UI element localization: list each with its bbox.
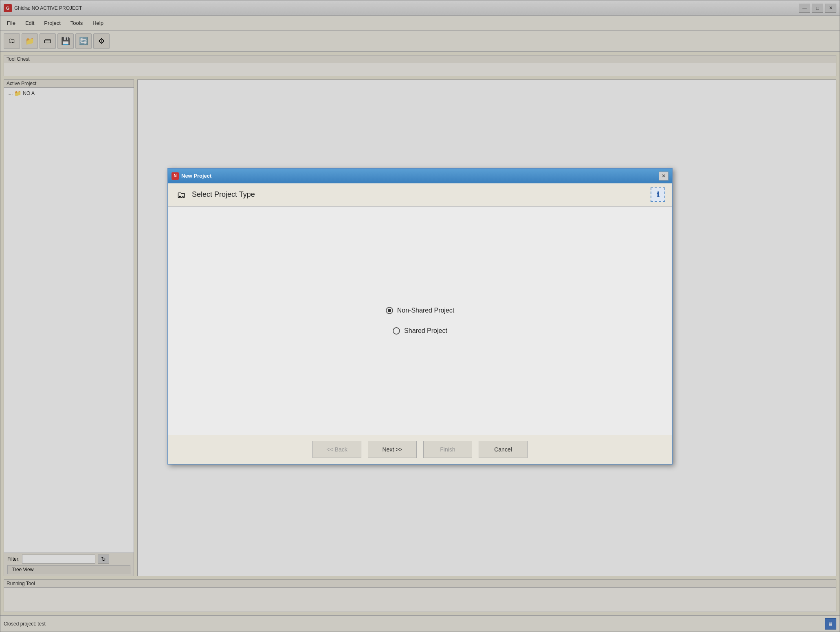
radio-shared-indicator[interactable] <box>393 327 400 335</box>
dialog-title-text: New Project <box>181 173 659 179</box>
new-project-dialog: N New Project ✕ 🗂 Select Project Type ℹ … <box>167 168 673 465</box>
radio-shared-label: Shared Project <box>404 327 447 335</box>
radio-non-shared-label: Non-Shared Project <box>397 307 455 314</box>
radio-non-shared-indicator[interactable] <box>386 307 393 314</box>
finish-button[interactable]: Finish <box>423 441 472 458</box>
dialog-content: Non-Shared Project Shared Project <box>168 207 672 435</box>
back-button[interactable]: << Back <box>312 441 361 458</box>
radio-option-shared[interactable]: Shared Project <box>393 327 447 335</box>
dialog-footer: << Back Next >> Finish Cancel <box>168 435 672 464</box>
modal-overlay: N New Project ✕ 🗂 Select Project Type ℹ … <box>0 0 840 632</box>
dialog-header: 🗂 Select Project Type ℹ <box>168 183 672 207</box>
dialog-info-button[interactable]: ℹ <box>651 187 665 202</box>
next-button[interactable]: Next >> <box>368 441 417 458</box>
cancel-button[interactable]: Cancel <box>479 441 528 458</box>
dialog-title-icon: N <box>172 172 179 180</box>
dialog-close-button[interactable]: ✕ <box>659 172 668 181</box>
dialog-header-folder-icon: 🗂 <box>175 188 188 201</box>
dialog-title-bar: N New Project ✕ <box>168 169 672 183</box>
dialog-header-title: Select Project Type <box>192 190 255 199</box>
radio-option-non-shared[interactable]: Non-Shared Project <box>386 307 455 314</box>
